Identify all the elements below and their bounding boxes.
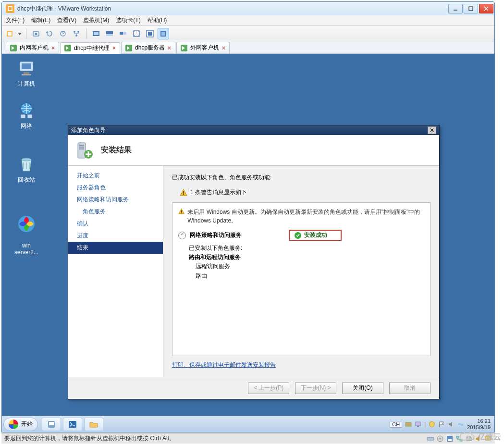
- svg-rect-21: [106, 34, 113, 36]
- start-button[interactable]: 开始: [3, 418, 38, 431]
- vmware-app-icon: [6, 4, 14, 13]
- menu-tabs[interactable]: 选项卡(T): [116, 16, 140, 25]
- svg-point-15: [74, 31, 75, 33]
- svg-rect-53: [416, 422, 420, 426]
- icon-label: 网络: [10, 122, 43, 130]
- tab-label: 内网客户机: [20, 44, 49, 52]
- warning-count-text: 1 条警告消息显示如下: [190, 188, 247, 197]
- svg-rect-44: [183, 191, 184, 194]
- vmware-titlebar[interactable]: dhcp中继代理 - VMware Workstation: [2, 2, 494, 15]
- tray-network-icon[interactable]: [415, 421, 421, 428]
- tab-close-icon[interactable]: ×: [168, 45, 171, 51]
- snapshot-manage-icon[interactable]: [57, 28, 69, 39]
- installed-services-block: 已安装以下角色服务: 路由和远程访问服务 远程访问服务 路由: [189, 244, 424, 281]
- close-wizard-button[interactable]: 关闭(O): [342, 383, 383, 394]
- svg-rect-48: [181, 213, 182, 213]
- tray-shield-icon[interactable]: [429, 421, 435, 428]
- start-label: 开始: [21, 420, 33, 428]
- step-server-roles[interactable]: 服务器角色: [68, 182, 163, 194]
- collapse-toggle-icon[interactable]: ⌃: [178, 232, 186, 239]
- tab-inner-client[interactable]: 内网客户机×: [6, 42, 59, 53]
- snapshot-take-icon[interactable]: [30, 28, 42, 39]
- step-nps[interactable]: 网络策略和访问服务: [68, 194, 163, 206]
- menu-bar: 文件(F) 编辑(E) 查看(V) 虚拟机(M) 选项卡(T) 帮助(H): [2, 15, 494, 26]
- installed-label: 已安装以下角色服务:: [189, 244, 424, 253]
- svg-marker-11: [46, 31, 48, 33]
- snapshot-tree-icon[interactable]: [71, 28, 82, 39]
- warning-icon: [178, 208, 184, 215]
- vm-running-icon: [10, 45, 17, 51]
- windows-orb-icon: [17, 214, 36, 234]
- show-console-icon[interactable]: [90, 28, 102, 39]
- taskbar-server-manager[interactable]: [42, 418, 61, 431]
- result-section-row: ⌃ 网络策略和访问服务 安装成功: [178, 230, 424, 241]
- menu-view[interactable]: 查看(V): [57, 16, 76, 25]
- tab-dhcp-relay[interactable]: dhcp中继代理×: [60, 42, 120, 54]
- tab-close-icon[interactable]: ×: [222, 45, 225, 51]
- stretch-guest-icon[interactable]: [131, 28, 142, 39]
- tray-network2-icon[interactable]: [457, 421, 464, 428]
- tab-close-icon[interactable]: ×: [112, 45, 116, 51]
- tray-sound-icon[interactable]: [448, 421, 455, 428]
- tab-outer-client[interactable]: 外网客户机×: [176, 42, 230, 53]
- wizard-titlebar[interactable]: 添加角色向导 ✕: [68, 125, 439, 135]
- installed-service-group: 路由和远程访问服务: [189, 254, 241, 260]
- snapshot-revert-icon[interactable]: [44, 28, 55, 39]
- desktop-icon-winserver[interactable]: win server2...: [10, 208, 43, 262]
- tray-flag-icon[interactable]: [438, 421, 445, 428]
- desktop-icon-recycle[interactable]: 回收站: [10, 155, 43, 184]
- svg-rect-32: [22, 74, 31, 75]
- success-check-icon: [295, 232, 301, 239]
- installed-item: 路由: [196, 272, 424, 281]
- tab-label: dhcp中继代理: [74, 44, 110, 52]
- taskbar-explorer[interactable]: [84, 418, 103, 431]
- step-results[interactable]: 结果: [68, 242, 163, 254]
- tab-close-icon[interactable]: ×: [51, 45, 55, 51]
- close-button[interactable]: [479, 4, 493, 13]
- vm-tabs-row: 内网客户机× dhcp中继代理× dhcp服务器× 外网客户机×: [2, 41, 494, 54]
- unity-icon[interactable]: [158, 28, 169, 39]
- step-before-begin[interactable]: 开始之前: [68, 170, 163, 182]
- icon-label: 计算机: [10, 80, 43, 88]
- taskbar-powershell[interactable]: [63, 418, 82, 431]
- wizard-close-button[interactable]: ✕: [428, 126, 436, 134]
- svg-rect-23: [123, 32, 126, 35]
- step-confirm[interactable]: 确认: [68, 218, 163, 230]
- guest-desktop[interactable]: 计算机 网络 回收站 win server2... 添加角色向导 ✕ 安装结果: [2, 54, 494, 432]
- menu-file[interactable]: 文件(F): [6, 16, 25, 25]
- tray-icon[interactable]: [405, 421, 412, 428]
- ime-indicator[interactable]: CH: [390, 421, 402, 428]
- notice-text: 未启用 Windows 自动更新。为确保自动更新最新安装的角色或功能，请启用"控…: [187, 208, 424, 225]
- minimize-button[interactable]: [448, 4, 463, 13]
- device-cd-icon[interactable]: [436, 435, 444, 443]
- menu-edit[interactable]: 编辑(E): [31, 16, 50, 25]
- tab-dhcp-server[interactable]: dhcp服务器×: [121, 42, 175, 53]
- device-floppy-icon[interactable]: [446, 435, 454, 443]
- clock-date: 2015/9/19: [467, 424, 491, 430]
- power-dropdown-icon[interactable]: [17, 32, 22, 36]
- menu-vm[interactable]: 虚拟机(M): [83, 16, 109, 25]
- svg-point-59: [440, 438, 441, 439]
- thumbnail-bar-icon[interactable]: [104, 28, 115, 39]
- desktop-icon-computer[interactable]: 计算机: [10, 59, 43, 88]
- svg-rect-26: [148, 32, 152, 36]
- windows-orb-icon: [9, 420, 18, 429]
- taskbar-clock[interactable]: 16:21 2015/9/19: [467, 418, 491, 430]
- svg-rect-34: [21, 114, 25, 118]
- step-role-services[interactable]: 角色服务: [68, 206, 163, 218]
- maximize-button[interactable]: [464, 4, 478, 13]
- desktop-icon-network[interactable]: 网络: [10, 101, 43, 130]
- svg-rect-19: [94, 32, 98, 35]
- fullscreen-icon[interactable]: [144, 28, 156, 39]
- menu-help[interactable]: 帮助(H): [148, 16, 167, 25]
- svg-rect-31: [24, 72, 29, 74]
- svg-point-36: [22, 158, 31, 161]
- power-on-icon[interactable]: [4, 28, 15, 39]
- report-link[interactable]: 打印、保存或通过电子邮件发送安装报告: [172, 361, 276, 368]
- device-hdd-icon[interactable]: [427, 435, 434, 443]
- svg-rect-41: [79, 148, 84, 149]
- step-progress[interactable]: 进度: [68, 230, 163, 242]
- installed-item: 远程访问服务: [196, 262, 424, 271]
- watermark-text: 亿速云: [478, 432, 501, 442]
- multi-monitor-icon[interactable]: [117, 28, 129, 39]
